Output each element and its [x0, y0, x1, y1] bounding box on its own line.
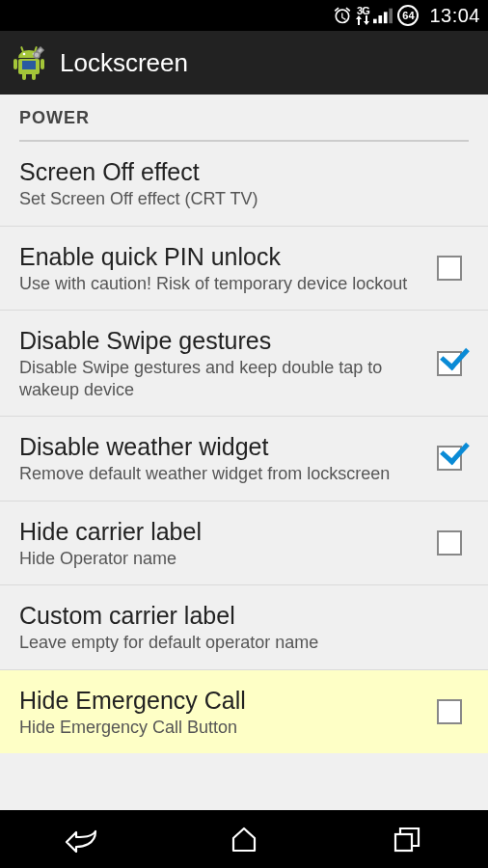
pref-summary: Hide Operator name — [19, 548, 420, 570]
svg-rect-6 — [14, 59, 17, 69]
battery-level: 64 — [396, 4, 420, 27]
checkbox[interactable] — [437, 256, 462, 281]
network-3g-icon: 3G — [356, 6, 369, 25]
svg-point-12 — [23, 53, 26, 56]
pref-widget — [430, 256, 469, 281]
pref-item[interactable]: Custom carrier labelLeave empty for defa… — [0, 585, 488, 670]
back-button[interactable] — [33, 810, 129, 868]
pref-widget — [430, 351, 469, 376]
status-icons: 3G 64 — [333, 4, 420, 27]
alarm-icon — [333, 6, 352, 25]
pref-title: Hide Emergency Call — [19, 686, 420, 715]
pref-summary: Set Screen Off effect (CRT TV) — [19, 188, 459, 210]
navigation-bar — [0, 810, 488, 868]
battery-icon: 64 — [396, 4, 420, 27]
svg-rect-0 — [373, 19, 377, 24]
svg-rect-7 — [41, 59, 44, 69]
status-bar: 3G 64 13:04 — [0, 0, 488, 31]
pref-item[interactable]: Hide Emergency CallHide Emergency Call B… — [0, 670, 488, 754]
pref-widget — [430, 530, 469, 556]
checkbox[interactable] — [437, 530, 462, 556]
pref-title: Custom carrier label — [19, 601, 459, 630]
pref-item[interactable]: Enable quick PIN unlockUse with caution!… — [0, 227, 488, 312]
pref-widget — [430, 699, 469, 724]
pref-title: Enable quick PIN unlock — [19, 242, 420, 271]
signal-icon — [373, 7, 393, 24]
checkbox[interactable] — [437, 446, 462, 471]
pref-title: Hide carrier label — [19, 517, 420, 546]
pref-title: Screen Off effect — [19, 157, 459, 186]
svg-rect-2 — [384, 12, 388, 23]
pref-text: Hide Emergency CallHide Emergency Call B… — [19, 686, 430, 739]
svg-rect-14 — [22, 61, 36, 69]
pref-text: Enable quick PIN unlockUse with caution!… — [19, 242, 430, 295]
svg-rect-16 — [395, 834, 412, 851]
svg-rect-9 — [32, 72, 36, 80]
settings-list: POWER Screen Off effectSet Screen Off ef… — [0, 95, 488, 810]
svg-rect-3 — [390, 9, 393, 23]
pref-item[interactable]: Screen Off effectSet Screen Off effect (… — [0, 142, 488, 227]
pref-title: Disable Swipe gestures — [19, 326, 420, 355]
app-icon — [10, 43, 48, 82]
home-button[interactable] — [196, 810, 292, 868]
pref-text: Disable Swipe gesturesDisable Swipe gest… — [19, 326, 430, 400]
svg-rect-8 — [22, 72, 26, 80]
pref-summary: Disable Swipe gestures and keep double t… — [19, 357, 420, 400]
checkbox[interactable] — [437, 699, 462, 724]
svg-point-15 — [34, 52, 40, 58]
pref-text: Disable weather widgetRemove default wea… — [19, 432, 430, 485]
pref-summary: Hide Emergency Call Button — [19, 717, 420, 739]
status-time: 13:04 — [429, 5, 480, 27]
pref-text: Custom carrier labelLeave empty for defa… — [19, 601, 469, 654]
svg-rect-1 — [379, 15, 383, 23]
pref-summary: Remove default weather widget from locks… — [19, 463, 420, 485]
pref-summary: Use with caution! Risk of temporary devi… — [19, 273, 420, 295]
pref-item[interactable]: Disable weather widgetRemove default wea… — [0, 417, 488, 502]
pref-summary: Leave empty for default operator name — [19, 632, 459, 654]
pref-title: Disable weather widget — [19, 432, 420, 461]
pref-item[interactable]: Disable Swipe gesturesDisable Swipe gest… — [0, 311, 488, 417]
section-header: POWER — [0, 95, 488, 136]
pref-widget — [430, 446, 469, 471]
pref-text: Screen Off effectSet Screen Off effect (… — [19, 157, 469, 210]
pref-item[interactable]: Hide carrier labelHide Operator name — [0, 502, 488, 586]
app-bar: Lockscreen — [0, 31, 488, 95]
pref-text: Hide carrier labelHide Operator name — [19, 517, 430, 570]
section-title: POWER — [19, 108, 469, 128]
app-bar-title: Lockscreen — [60, 48, 188, 78]
svg-rect-10 — [20, 46, 24, 52]
recent-button[interactable] — [359, 810, 455, 868]
checkbox[interactable] — [437, 351, 462, 376]
